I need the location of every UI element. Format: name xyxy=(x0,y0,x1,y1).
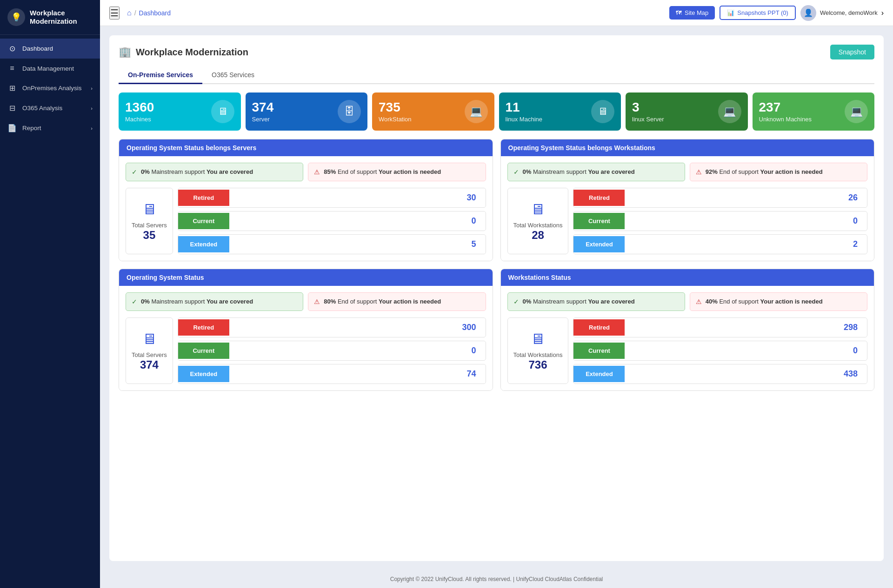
current-value: 0 xyxy=(229,211,486,231)
powerpoint-icon: 📊 xyxy=(727,9,734,16)
warning-icon: ⚠ xyxy=(314,298,320,305)
check-icon: ✓ xyxy=(513,168,519,176)
warning-icon: ⚠ xyxy=(314,168,320,176)
workstation-count: 735 xyxy=(379,101,412,114)
support-badges-row: ✓ 0% Mainstream support You are covered … xyxy=(507,163,868,181)
current-value: 0 xyxy=(229,341,486,360)
retired-row: Retired 30 xyxy=(178,188,486,208)
extended-row: Extended 438 xyxy=(573,364,867,384)
extended-label: Extended xyxy=(573,236,625,252)
breadcrumb-sep: / xyxy=(134,9,136,17)
retired-value: 26 xyxy=(625,188,867,207)
stat-card-unknown[interactable]: 237 Unknown Machines 💻 xyxy=(753,92,875,131)
extended-value: 5 xyxy=(229,235,486,254)
server-count: 374 xyxy=(252,101,274,114)
retired-row: Retired 300 xyxy=(178,317,486,337)
stat-cards-row: 1360 Machines 🖥 374 Server 🗄 735 WorkS xyxy=(119,92,874,131)
snapshots-button[interactable]: 📊 Snapshots PPT (0) xyxy=(720,6,796,20)
stat-card-linux-server[interactable]: 3 linux Server 💻 xyxy=(626,92,748,131)
current-row: Current 0 xyxy=(573,341,867,361)
retired-value: 300 xyxy=(229,318,486,337)
panel-os-workstations-body: ✓ 0% Mainstream support You are covered … xyxy=(501,156,874,261)
extended-value: 74 xyxy=(229,364,486,383)
os-stat-rows: Retired 26 Current 0 Extended 2 xyxy=(573,188,867,254)
check-icon: ✓ xyxy=(132,298,137,305)
tab-on-premise[interactable]: On-Premise Services xyxy=(119,67,202,84)
workstation-total-icon: 🖥 xyxy=(530,330,545,348)
page-title-area: 🏢 Workplace Modernization xyxy=(119,46,248,58)
snapshot-button[interactable]: Snapshot xyxy=(830,45,874,59)
page-header: 🏢 Workplace Modernization Snapshot xyxy=(119,45,874,59)
stat-card-machines[interactable]: 1360 Machines 🖥 xyxy=(119,92,241,131)
panel-os-workstations-header: Operating System Status belongs Workstat… xyxy=(501,139,874,156)
sidebar-item-report[interactable]: 📄 Report › xyxy=(0,118,100,138)
os-stat-rows: Retired 298 Current 0 Extended 438 xyxy=(573,317,867,384)
extended-label: Extended xyxy=(178,366,229,382)
sidebar-item-label: Report xyxy=(22,125,41,132)
o365-icon: ⊟ xyxy=(7,104,17,112)
machines-icon: 🖥 xyxy=(211,100,234,123)
retired-label: Retired xyxy=(573,319,625,336)
chevron-right-icon: › xyxy=(881,9,884,17)
home-icon: ⌂ xyxy=(127,9,132,17)
support-badges-row: ✓ 0% Mainstream support You are covered … xyxy=(126,163,486,181)
sitemap-button[interactable]: 🗺 Site Map xyxy=(669,6,715,20)
panels-row-1: Operating System Status belongs Servers … xyxy=(119,139,874,261)
sidebar-item-o365-analysis[interactable]: ⊟ O365 Analysis › xyxy=(0,98,100,118)
content-area: 🏢 Workplace Modernization Snapshot On-Pr… xyxy=(100,26,893,570)
sidebar-item-onpremises-analysis[interactable]: ⊞ OnPremises Analysis › xyxy=(0,78,100,98)
machines-count: 1360 xyxy=(125,101,154,114)
sidebar-item-data-management[interactable]: ≡ Data Management xyxy=(0,59,100,78)
os-stats-inner: 🖥 Total Servers 374 Retired 300 xyxy=(126,317,486,384)
onpremises-icon: ⊞ xyxy=(7,84,17,92)
linux-server-icon: 💻 xyxy=(718,100,741,123)
total-num: 35 xyxy=(143,229,156,242)
panel-os-status-servers: Operating System Status belongs Servers … xyxy=(119,139,493,261)
warning-icon: ⚠ xyxy=(696,168,702,176)
user-area[interactable]: 👤 Welcome, demoWork › xyxy=(800,5,884,21)
tab-o365[interactable]: O365 Services xyxy=(202,67,264,84)
sidebar-item-label: OnPremises Analysis xyxy=(22,85,82,92)
total-workstations-box: 🖥 Total Workstations 28 xyxy=(507,188,569,254)
topbar: ☰ ⌂ / Dashboard 🗺 Site Map 📊 Snapshots P… xyxy=(100,0,893,26)
panel-os-status-body: ✓ 0% Mainstream support You are covered … xyxy=(119,286,493,390)
total-num: 736 xyxy=(528,358,547,371)
panel-workstations-status: Workstations Status ✓ 0% Mainstream supp… xyxy=(500,269,875,391)
extended-value: 438 xyxy=(625,364,867,383)
page-title: Workplace Modernization xyxy=(136,47,248,58)
stat-card-server[interactable]: 374 Server 🗄 xyxy=(246,92,368,131)
stat-card-workstation[interactable]: 735 WorkStation 💻 xyxy=(372,92,494,131)
retired-value: 298 xyxy=(625,318,867,337)
mainstream-support-badge: ✓ 0% Mainstream support You are covered xyxy=(126,292,303,311)
workstation-total-icon: 🖥 xyxy=(530,201,545,218)
current-label: Current xyxy=(178,213,229,229)
sidebar-item-label: O365 Analysis xyxy=(22,105,62,112)
machines-label: Machines xyxy=(125,116,154,123)
breadcrumb-page: Dashboard xyxy=(139,9,171,17)
server-total-icon: 🖥 xyxy=(142,201,157,218)
stat-card-linux-machine[interactable]: 11 linux Machine 🖥 xyxy=(499,92,621,131)
page-title-icon: 🏢 xyxy=(119,46,131,58)
hamburger-button[interactable]: ☰ xyxy=(109,7,120,20)
topbar-right: 🗺 Site Map 📊 Snapshots PPT (0) 👤 Welcome… xyxy=(669,5,884,21)
support-badges-row: ✓ 0% Mainstream support You are covered … xyxy=(126,292,486,311)
unknown-label: Unknown Machines xyxy=(759,116,812,123)
current-value: 0 xyxy=(625,341,867,360)
total-num: 28 xyxy=(532,229,544,242)
os-stats-inner: 🖥 Total Workstations 736 Retired 298 xyxy=(507,317,868,384)
total-label: Total Servers xyxy=(132,222,167,229)
panel-os-status-header: Operating System Status xyxy=(119,269,493,286)
end-of-support-badge: ⚠ 80% End of support Your action is need… xyxy=(308,292,486,311)
sidebar-item-label: Data Management xyxy=(22,65,74,72)
linux-machine-label: linux Machine xyxy=(506,116,543,123)
sidebar-item-dashboard[interactable]: ⊙ Dashboard xyxy=(0,39,100,59)
retired-label: Retired xyxy=(178,190,229,206)
current-row: Current 0 xyxy=(178,211,486,231)
sitemap-icon: 🗺 xyxy=(676,9,682,16)
user-name: Welcome, demoWork xyxy=(820,9,878,16)
support-badges-row: ✓ 0% Mainstream support You are covered … xyxy=(507,292,868,311)
report-icon: 📄 xyxy=(7,124,17,132)
sidebar-nav: ⊙ Dashboard ≡ Data Management ⊞ OnPremis… xyxy=(0,35,100,588)
total-label: Total Workstations xyxy=(513,222,563,229)
unknown-icon: 💻 xyxy=(845,100,868,123)
